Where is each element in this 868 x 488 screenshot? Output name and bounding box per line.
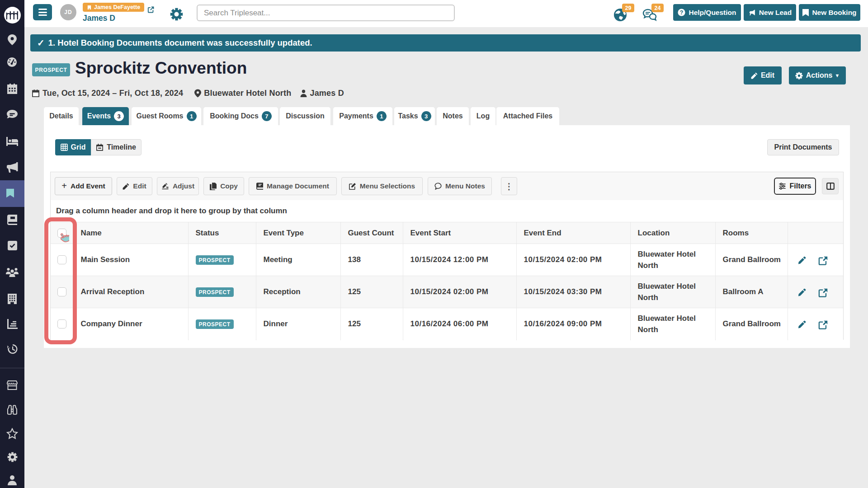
svg-text:?: ? <box>680 9 684 16</box>
